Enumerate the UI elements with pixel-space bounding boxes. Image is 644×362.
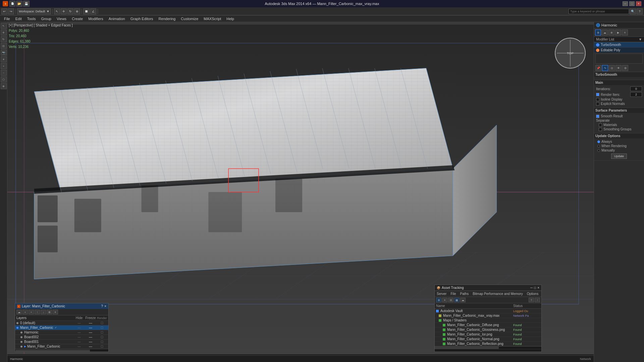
asset-action-btn2[interactable]: ↑ bbox=[535, 298, 540, 302]
asset-tb-btn1[interactable]: ⊞ bbox=[436, 298, 441, 302]
layer-delete-btn[interactable]: × bbox=[22, 310, 28, 314]
object-color-swatch[interactable] bbox=[596, 23, 600, 27]
list-item[interactable]: Maps / Shaders bbox=[435, 318, 541, 323]
undo-btn[interactable]: ↩ bbox=[1, 8, 7, 14]
render-val[interactable]: ☐ bbox=[97, 331, 107, 334]
help-btn[interactable]: ? bbox=[637, 8, 643, 14]
freeze-val[interactable]: — bbox=[84, 330, 97, 334]
rotate-btn[interactable]: ↻ bbox=[67, 8, 73, 14]
hide-val[interactable]: — bbox=[74, 326, 84, 329]
always-radio[interactable]: Always bbox=[597, 140, 642, 143]
layer-down-btn[interactable]: ↓ bbox=[41, 310, 46, 314]
menu-help[interactable]: Help bbox=[224, 16, 237, 21]
search-btn[interactable]: 🔍 bbox=[630, 8, 636, 14]
list-item[interactable]: Harmonic — — ☐ bbox=[15, 330, 108, 335]
asset-tb-btn5[interactable]: ☁ bbox=[460, 298, 466, 302]
menu-file[interactable]: File bbox=[1, 16, 13, 21]
angle-snap-btn[interactable]: ∠ bbox=[90, 8, 96, 14]
sidebar-rotate-icon[interactable]: ↻ bbox=[1, 36, 7, 42]
hide-val[interactable]: — bbox=[74, 331, 84, 334]
asset-menu-options[interactable]: Options bbox=[526, 292, 539, 296]
manually-radio[interactable]: Manually bbox=[597, 148, 642, 152]
sidebar-move-icon[interactable]: ✛ bbox=[1, 29, 7, 36]
render-iters-checkbox[interactable] bbox=[596, 93, 599, 96]
menu-tools[interactable]: Tools bbox=[24, 16, 39, 21]
render-val[interactable]: ☐ bbox=[97, 336, 107, 339]
asset-action-btn1[interactable]: ? bbox=[529, 298, 534, 302]
always-radio-btn[interactable] bbox=[597, 140, 600, 143]
freeze-val[interactable]: — bbox=[84, 345, 97, 348]
list-item[interactable]: Mann_Filter_Carbonic_Glossiness.png Foun… bbox=[435, 327, 541, 332]
list-item[interactable]: 0 (default) — — ☐ bbox=[15, 321, 108, 325]
asset-tb-btn2[interactable]: ≡ bbox=[442, 298, 447, 302]
asset-tb-btn3[interactable]: ⊟ bbox=[448, 298, 453, 302]
asset-minimize-btn[interactable]: ─ bbox=[530, 286, 533, 290]
move-btn[interactable]: ✛ bbox=[61, 8, 67, 14]
asset-maximize-btn[interactable]: □ bbox=[534, 286, 536, 290]
hierarchy-icon[interactable]: ≡ bbox=[622, 29, 628, 36]
snap-btn[interactable]: 🔲 bbox=[83, 8, 90, 14]
asset-menu-bitmap[interactable]: Bitmap Performance and Memory bbox=[472, 292, 524, 296]
select-btn[interactable]: ↖ bbox=[54, 8, 60, 14]
explicit-normals-checkbox[interactable] bbox=[596, 102, 599, 106]
hide-val[interactable]: — bbox=[74, 345, 84, 348]
list-item[interactable]: Board001 — — ☐ bbox=[15, 340, 108, 344]
layer-scroll-thumb[interactable] bbox=[15, 350, 90, 352]
list-item[interactable]: Mann_Filter_Carbonic_Diffuse.png Found bbox=[435, 323, 541, 327]
scale-btn[interactable]: ⊕ bbox=[74, 8, 80, 14]
when-rendering-radio-btn[interactable] bbox=[597, 145, 600, 147]
freeze-val[interactable]: — bbox=[84, 326, 97, 329]
redo-btn[interactable]: ↪ bbox=[8, 8, 14, 14]
sidebar-dynamics-icon[interactable]: ⊕ bbox=[1, 83, 7, 89]
asset-v-scrollbar[interactable] bbox=[435, 349, 541, 352]
editable-poly-modifier[interactable]: Editable Poly bbox=[594, 48, 644, 53]
menu-views[interactable]: Views bbox=[54, 16, 69, 21]
viewport-area[interactable]: [+] [Perspective] [ Shaded + Edged Faces… bbox=[7, 22, 594, 362]
menu-animation[interactable]: Animation bbox=[106, 16, 128, 21]
minimize-btn[interactable]: ─ bbox=[623, 1, 628, 6]
smooth-result-checkbox[interactable] bbox=[596, 115, 599, 118]
menu-group[interactable]: Group bbox=[38, 16, 54, 21]
search-input[interactable] bbox=[569, 9, 629, 14]
manually-radio-btn[interactable] bbox=[597, 149, 600, 152]
list-item[interactable]: Mann_Filter_Carbonic_Ior.png Found bbox=[435, 332, 541, 337]
layer-help-btn[interactable]: ? bbox=[101, 304, 103, 308]
when-rendering-radio[interactable]: When Rendering bbox=[597, 144, 642, 148]
new-btn[interactable]: 📄 bbox=[9, 1, 15, 7]
isoline-checkbox[interactable] bbox=[596, 98, 599, 101]
sidebar-helper-icon[interactable]: + bbox=[1, 63, 7, 69]
menu-rendering[interactable]: Rendering bbox=[156, 16, 178, 21]
list-item[interactable]: Mann_Filter_Carbonic_Normal.png Found bbox=[435, 337, 541, 342]
list-item[interactable]: Autodesk Vault Logged Ou bbox=[435, 309, 541, 313]
menu-create[interactable]: Create bbox=[69, 16, 86, 21]
asset-menu-server[interactable]: Server bbox=[436, 292, 447, 296]
motion-icon[interactable]: ▶ bbox=[615, 29, 621, 36]
list-item[interactable]: Board002 — — ☐ bbox=[15, 335, 108, 340]
open-btn[interactable]: 📂 bbox=[16, 1, 22, 7]
render-val[interactable]: ☐ bbox=[97, 340, 107, 344]
modify-icon[interactable]: ⊞ bbox=[595, 29, 601, 36]
hide-val[interactable]: — bbox=[74, 336, 84, 339]
sidebar-camera-icon[interactable]: 📷 bbox=[1, 50, 7, 56]
display-icon[interactable]: ⊕ bbox=[608, 29, 614, 36]
config-icon[interactable]: ⚙ bbox=[622, 65, 628, 71]
menu-maxscript[interactable]: MAXScript bbox=[201, 16, 224, 21]
layer-view-btn[interactable]: ⊞ bbox=[47, 310, 52, 314]
modify-sub-icon[interactable]: ✎ bbox=[602, 65, 608, 71]
asset-menu-paths[interactable]: Paths bbox=[460, 292, 470, 296]
maximize-btn[interactable]: □ bbox=[629, 1, 635, 6]
sidebar-spline-icon[interactable]: ~ bbox=[1, 70, 7, 76]
turbosmooth-modifier[interactable]: TurboSmooth bbox=[594, 42, 644, 48]
asset-tb-btn4[interactable]: ▦ bbox=[454, 298, 460, 302]
render-val[interactable]: ☐ bbox=[97, 326, 107, 329]
menu-customize[interactable]: Customize bbox=[178, 16, 201, 21]
list-item[interactable]: Mann_Filter_Carbonic_Reflection.png Foun… bbox=[435, 342, 541, 346]
workspace-dropdown[interactable]: Workspace: Default ▼ bbox=[17, 8, 51, 14]
close-btn[interactable]: ✕ bbox=[636, 1, 641, 6]
freeze-val[interactable]: — bbox=[84, 321, 97, 325]
render-iters-value[interactable]: 2 bbox=[630, 92, 642, 97]
asset-close-btn[interactable]: × bbox=[537, 286, 539, 290]
layer-up-btn[interactable]: ↑ bbox=[35, 310, 40, 314]
save-btn[interactable]: 💾 bbox=[23, 1, 30, 7]
sidebar-geo-icon[interactable]: ⬡ bbox=[1, 76, 7, 82]
